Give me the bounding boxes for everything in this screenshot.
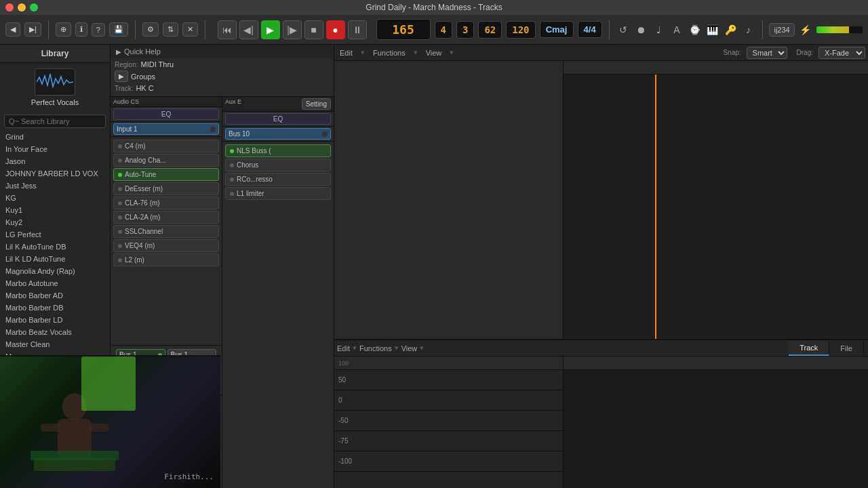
plugin-item-8[interactable]: L2 (m) [113, 253, 219, 266]
sidebar-item-13[interactable]: Marbo Barber AD [0, 289, 110, 302]
drag-select[interactable]: X-Fade Overlap [818, 47, 865, 59]
sidebar-item-0[interactable]: Grind [0, 131, 110, 143]
add-btn[interactable]: ⊕ [56, 22, 71, 37]
sidebar-item-10[interactable]: Lil K LD AutoTune [0, 253, 110, 265]
timesig-display[interactable]: 4/4 [578, 21, 602, 38]
bpm-display[interactable]: 62 [478, 21, 502, 39]
timeline-area [564, 61, 868, 339]
bottom-edit-menu[interactable]: Edit [334, 343, 353, 354]
rewind-btn[interactable]: ⏮ [218, 20, 237, 39]
midi-icon[interactable]: 🎹 [705, 22, 719, 38]
aux-e-label: Aux E [225, 98, 241, 110]
minimize-button[interactable] [18, 3, 26, 12]
position-display[interactable]: 165 [376, 19, 431, 40]
sidebar-item-17[interactable]: Master Clean [0, 338, 110, 350]
beats-display[interactable]: 4 [435, 21, 452, 39]
save-btn[interactable]: 💾 [109, 22, 128, 37]
next-btn[interactable]: |▶ [283, 20, 302, 39]
tempo-display[interactable]: 120 [506, 21, 535, 39]
eq-btn-2[interactable]: EQ [225, 113, 331, 125]
tab-file[interactable]: File [829, 342, 864, 355]
setting-btn[interactable]: Setting [302, 98, 331, 110]
plugin-item-4[interactable]: CLA-76 (m) [113, 197, 219, 209]
bottom-ruler [564, 357, 868, 370]
record-btn[interactable]: ● [326, 20, 345, 39]
settings-btn[interactable]: ⚙ [142, 22, 159, 37]
cycle-icon[interactable]: ↺ [616, 22, 629, 38]
plugin-l1-label: L1 limiter [237, 190, 264, 197]
sidebar-item-11[interactable]: Magnolia Andy (Rap) [0, 265, 110, 277]
crosshair-btn[interactable]: ✕ [182, 22, 198, 37]
plugin-l1[interactable]: L1 limiter [225, 187, 331, 200]
sidebar-item-5[interactable]: KG [0, 192, 110, 204]
snap-select[interactable]: Smart Bar Beat [747, 47, 787, 59]
plugin-name-0: C4 (m) [125, 142, 146, 150]
sidebar-item-8[interactable]: LG Perfect [0, 228, 110, 241]
edit-menu[interactable]: Edit [337, 47, 355, 58]
sidebar-item-3[interactable]: JOHNNY BARBER LD VOX [0, 167, 110, 180]
cpu-icon[interactable]: ⚡ [799, 22, 812, 38]
sub-display[interactable]: 3 [456, 21, 474, 39]
mixer-btn[interactable]: ⇅ [163, 22, 178, 37]
stop-btn[interactable]: ■ [304, 20, 323, 39]
plugin-item-7[interactable]: VEQ4 (m) [113, 239, 219, 252]
eq-btn-1[interactable]: EQ [113, 108, 219, 120]
plugin-chorus[interactable]: Chorus [225, 159, 331, 171]
sidebar-item-12[interactable]: Marbo Autotune [0, 277, 110, 289]
plugin-item-1[interactable]: Analog Cha... [113, 154, 219, 167]
bottom-val-5: -100 [334, 451, 563, 472]
sidebar-waveform-area: Perfect Vocals [0, 63, 110, 112]
sidebar-item-6[interactable]: Kuy1 [0, 204, 110, 216]
score-icon[interactable]: ♪ [741, 22, 755, 38]
groups-btn[interactable]: ▶ [115, 70, 128, 82]
plugin-nls-dot [230, 149, 234, 153]
view-menu[interactable]: View [423, 47, 445, 58]
functions-menu[interactable]: Functions [370, 47, 408, 58]
master-volume[interactable] [816, 26, 863, 33]
sync-icon[interactable]: ⌚ [688, 22, 701, 38]
plugin-item-6[interactable]: SSLChannel [113, 225, 219, 238]
plugin-item-3[interactable]: DeEsser (m) [113, 182, 219, 195]
quick-help-bar[interactable]: ▶ Quick Help [111, 45, 334, 58]
sidebar-item-14[interactable]: Marbo Barber DB [0, 302, 110, 314]
close-button[interactable] [5, 3, 14, 12]
bottom-functions-menu[interactable]: Functions [357, 343, 395, 354]
playhead [655, 75, 656, 339]
prev-btn[interactable]: ◀| [239, 20, 258, 39]
search-input[interactable] [4, 115, 106, 128]
sidebar-item-15[interactable]: Marbo Barber LD [0, 314, 110, 326]
plugin-nls[interactable]: NLS Buss ( [225, 144, 331, 157]
count-icon[interactable]: A [670, 22, 684, 38]
plugin-item-0[interactable]: C4 (m) [113, 140, 219, 152]
input-led [210, 127, 216, 132]
plugin-l1-dot [230, 192, 234, 196]
metronome-icon[interactable]: ♩ [652, 22, 665, 38]
sidebar-item-9[interactable]: Lil K AutoTune DB [0, 241, 110, 253]
plugin-rco[interactable]: RCo...resso [225, 173, 331, 186]
bottom-view-menu[interactable]: View [399, 343, 420, 354]
tab-track[interactable]: Track [789, 341, 829, 356]
input-btn[interactable]: Input 1 [113, 123, 219, 135]
audio-cs-label: Audio CS [113, 98, 139, 105]
pause-btn[interactable]: ⏸ [348, 20, 367, 39]
sidebar-item-16[interactable]: Marbo Beatz Vocals [0, 326, 110, 338]
maximize-button[interactable] [30, 3, 38, 12]
back-btn[interactable]: ◀ [5, 22, 20, 37]
sidebar-item-1[interactable]: In Your Face [0, 143, 110, 155]
key-icon[interactable]: 🔑 [724, 22, 737, 38]
channel-strip-btn[interactable]: ij234 [769, 23, 794, 37]
plugin-item-2[interactable]: Auto-Tune [113, 168, 219, 181]
sidebar-item-7[interactable]: Kuy2 [0, 216, 110, 228]
info-btn[interactable]: ℹ [75, 22, 87, 37]
bottom-tabs: Edit ▾ Functions ▾ View ▾ Track File [334, 340, 868, 357]
sidebar-item-2[interactable]: Jason [0, 155, 110, 167]
play-btn[interactable]: ▶ [261, 20, 280, 39]
key-display[interactable]: Cmaj [540, 21, 574, 38]
plugin-name-1: Analog Cha... [125, 157, 166, 164]
forward-btn[interactable]: ▶| [24, 22, 41, 37]
record-icon[interactable]: ⏺ [634, 22, 648, 38]
sidebar-item-4[interactable]: Just Jess [0, 180, 110, 192]
plugin-item-5[interactable]: CLA-2A (m) [113, 211, 219, 224]
bus-btn[interactable]: Bus 10 [225, 128, 331, 140]
help-btn[interactable]: ? [92, 23, 105, 37]
